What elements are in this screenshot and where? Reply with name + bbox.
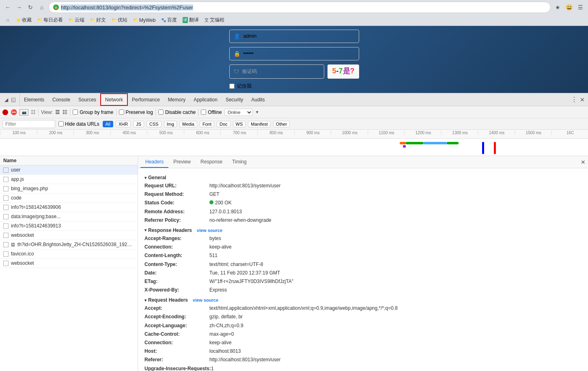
filter-img[interactable]: Img — [164, 121, 177, 127]
file-checkbox-info2[interactable] — [3, 223, 9, 229]
file-item-favicon[interactable]: favicon.ico — [0, 249, 138, 259]
file-checkbox-websocket2[interactable] — [3, 261, 9, 266]
bookmark-favorites[interactable]: ⭐收藏 — [14, 16, 34, 24]
file-item-bing-img[interactable]: 🖼 th?id=OHR.BrightonJetty_ZH-CN152652603… — [0, 240, 138, 249]
bookmark-daily[interactable]: 📁每日必看 — [35, 16, 65, 24]
list-view-button[interactable]: ☰ — [55, 109, 60, 115]
filter-button[interactable]: ☷ — [31, 109, 36, 115]
close-devtools-button[interactable]: ✕ — [580, 97, 585, 103]
details-tab-response[interactable]: Response — [196, 156, 227, 168]
filter-input[interactable] — [2, 120, 55, 128]
filter-js[interactable]: JS — [133, 121, 144, 127]
tab-audits[interactable]: Audits — [247, 93, 269, 106]
camera-button[interactable]: 📷 — [19, 109, 28, 116]
menu-button[interactable]: ☰ — [576, 3, 585, 12]
file-checkbox-dataimage[interactable] — [3, 214, 9, 219]
bookmark-sites[interactable]: 📁优站 — [110, 16, 129, 24]
filter-doc[interactable]: Doc — [217, 121, 230, 127]
bookmark-aibianCheng[interactable]: 艾艾编程 — [202, 16, 226, 24]
tab-performance[interactable]: Performance — [128, 93, 164, 106]
tab-application[interactable]: Application — [190, 93, 222, 106]
profile-button[interactable]: 😀 — [564, 3, 573, 12]
bookmark-translate[interactable]: 译翻译 — [181, 16, 201, 24]
file-checkbox-websocket1[interactable] — [3, 233, 9, 238]
offline-label[interactable]: Offline — [201, 109, 222, 115]
tab-elements[interactable]: Elements — [20, 93, 48, 106]
tab-console[interactable]: Console — [48, 93, 74, 106]
file-item-info1[interactable]: info?t=1581424639906 — [0, 203, 138, 212]
file-item-websocket2[interactable]: websocket — [0, 259, 138, 268]
tab-memory[interactable]: Memory — [164, 93, 190, 106]
filter-css[interactable]: CSS — [146, 121, 162, 127]
status-code-key: Status Code: — [144, 199, 209, 207]
tab-sources[interactable]: Sources — [74, 93, 100, 106]
grid-view-button[interactable]: ☷ — [62, 109, 67, 115]
throttling-select[interactable]: Online Slow 3G Fast 3G — [224, 109, 253, 116]
captcha-input[interactable]: 🛡 验证码 — [229, 64, 325, 79]
filter-media[interactable]: Media — [179, 121, 197, 127]
filter-ws[interactable]: WS — [233, 121, 246, 127]
filter-font[interactable]: Font — [200, 121, 214, 127]
details-close-button[interactable]: ✕ — [581, 159, 586, 165]
file-item-info2[interactable]: info?t=1581424639913 — [0, 221, 138, 231]
file-item-websocket1[interactable]: websocket — [0, 231, 138, 240]
details-tab-headers[interactable]: Headers — [140, 156, 168, 168]
hide-data-urls-checkbox[interactable] — [58, 121, 64, 127]
file-checkbox-favicon[interactable] — [3, 251, 9, 257]
tab-network[interactable]: Network — [100, 93, 128, 106]
group-by-frame-label[interactable]: Group by frame — [73, 109, 113, 115]
file-checkbox-appjs[interactable] — [3, 177, 9, 182]
disable-cache-checkbox[interactable] — [158, 109, 164, 115]
referer-row: Referer: http://localhost:8013/system/us… — [144, 356, 582, 364]
tick-800: 800 ms — [257, 131, 294, 135]
bookmark-cloud[interactable]: 📁云端 — [67, 16, 86, 24]
tab-security[interactable]: Security — [222, 93, 247, 106]
remember-checkbox[interactable] — [229, 84, 235, 89]
preserve-log-checkbox[interactable] — [119, 109, 124, 115]
file-item-code[interactable]: code — [0, 193, 138, 203]
filter-manifest[interactable]: Manifest — [248, 121, 271, 127]
file-item-bing[interactable]: bing_images.php — [0, 184, 138, 193]
group-by-frame-checkbox[interactable] — [73, 109, 78, 115]
file-checkbox-info1[interactable] — [3, 205, 9, 210]
file-item-user[interactable]: user — [0, 165, 138, 175]
filter-other[interactable]: Other — [273, 121, 290, 127]
file-checkbox-code[interactable] — [3, 195, 9, 201]
more-options-button[interactable]: ⋮ — [571, 96, 577, 103]
details-tab-timing[interactable]: Timing — [227, 156, 252, 168]
details-tab-preview[interactable]: Preview — [168, 156, 196, 168]
filter-all[interactable]: All — [103, 121, 113, 127]
extensions-button[interactable]: ★ — [553, 3, 562, 12]
bookmark-myweb[interactable]: 📁MyWeb — [131, 17, 157, 24]
record-button[interactable] — [2, 109, 8, 115]
home-button[interactable]: ⌂ — [37, 3, 46, 12]
forward-button[interactable]: → — [15, 3, 24, 12]
filter-xhr[interactable]: XHR — [116, 121, 131, 127]
file-item-dataimage[interactable]: data:image/png;base... — [0, 212, 138, 221]
address-bar[interactable]: 🔒 http://localhost:8013/login?redirect=%… — [49, 2, 551, 13]
upgrade-insecure-row: Upgrade-Insecure-Requests: 1 — [144, 365, 582, 371]
username-field[interactable]: 👤 admin — [229, 30, 359, 43]
request-headers-view-source[interactable]: view source — [193, 298, 218, 302]
file-checkbox-bing-img[interactable] — [3, 242, 9, 247]
hide-data-urls-label[interactable]: Hide data URLs — [58, 121, 99, 127]
date-key: Date: — [144, 269, 209, 277]
preserve-log-label[interactable]: Preserve log — [119, 109, 153, 115]
file-checkbox-user[interactable] — [3, 167, 9, 173]
apps-button[interactable]: □ — [3, 16, 12, 25]
password-field[interactable]: 🔒 •••••• — [229, 47, 359, 60]
disable-cache-label[interactable]: Disable cache — [158, 109, 196, 115]
device-mode-icon[interactable]: ◱ — [10, 96, 17, 103]
back-button[interactable]: ← — [3, 3, 12, 12]
bookmark-articles[interactable]: 📁好文 — [88, 16, 108, 24]
reload-button[interactable]: ↻ — [26, 3, 35, 12]
bookmark-baidu[interactable]: 🐾百度 — [159, 16, 179, 24]
bookmarks-bar: □ ⭐收藏 📁每日必看 📁云端 📁好文 📁优站 📁MyWeb 🐾百度 译翻译 艾… — [0, 15, 588, 26]
file-item-appjs[interactable]: app.js — [0, 175, 138, 184]
file-checkbox-bing[interactable] — [3, 186, 9, 191]
captcha-image[interactable]: 5-7是? — [327, 64, 359, 79]
offline-checkbox[interactable] — [201, 109, 206, 115]
inspect-element-icon[interactable]: ◢ — [2, 96, 10, 103]
clear-button[interactable]: ⛔ — [11, 109, 17, 115]
response-headers-view-source[interactable]: view source — [197, 228, 222, 233]
